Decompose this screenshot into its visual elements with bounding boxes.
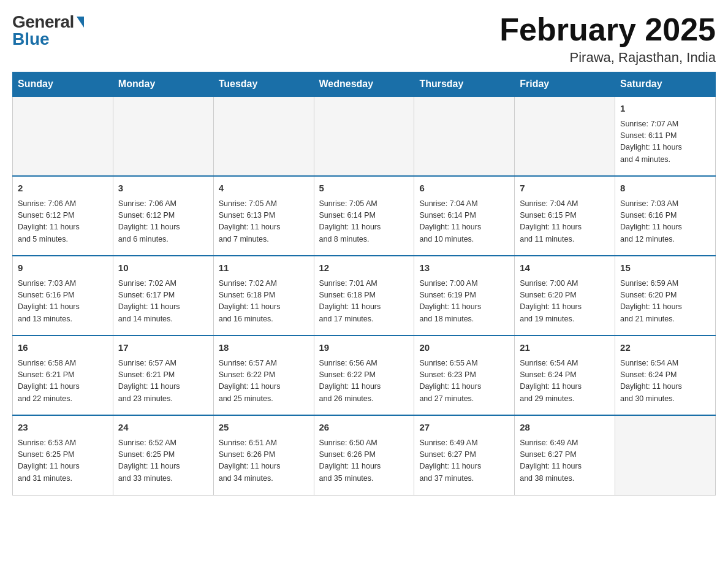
calendar-cell: 22Sunrise: 6:54 AM Sunset: 6:24 PM Dayli…: [615, 335, 716, 415]
calendar-cell: 28Sunrise: 6:49 AM Sunset: 6:27 PM Dayli…: [515, 415, 615, 495]
day-number: 17: [118, 341, 208, 355]
calendar-week-row: 9Sunrise: 7:03 AM Sunset: 6:16 PM Daylig…: [13, 256, 716, 335]
day-number: 22: [620, 341, 710, 355]
calendar-cell: 10Sunrise: 7:02 AM Sunset: 6:17 PM Dayli…: [113, 256, 213, 335]
day-info: Sunrise: 6:55 AM Sunset: 6:23 PM Dayligh…: [419, 358, 509, 405]
calendar-cell: 11Sunrise: 7:02 AM Sunset: 6:18 PM Dayli…: [213, 256, 314, 335]
day-info: Sunrise: 7:03 AM Sunset: 6:16 PM Dayligh…: [18, 278, 108, 326]
day-number: 18: [219, 341, 309, 355]
day-info: Sunrise: 6:51 AM Sunset: 6:26 PM Dayligh…: [219, 437, 309, 485]
day-info: Sunrise: 7:07 AM Sunset: 6:11 PM Dayligh…: [620, 118, 710, 166]
calendar-week-row: 23Sunrise: 6:53 AM Sunset: 6:25 PM Dayli…: [13, 415, 716, 495]
calendar-week-row: 1Sunrise: 7:07 AM Sunset: 6:11 PM Daylig…: [13, 96, 716, 176]
calendar-cell: 16Sunrise: 6:58 AM Sunset: 6:21 PM Dayli…: [13, 335, 113, 415]
day-info: Sunrise: 7:00 AM Sunset: 6:19 PM Dayligh…: [419, 278, 509, 326]
calendar-cell: 14Sunrise: 7:00 AM Sunset: 6:20 PM Dayli…: [515, 256, 615, 335]
day-info: Sunrise: 6:50 AM Sunset: 6:26 PM Dayligh…: [319, 437, 409, 485]
day-info: Sunrise: 6:57 AM Sunset: 6:22 PM Dayligh…: [219, 358, 309, 405]
calendar-cell: 23Sunrise: 6:53 AM Sunset: 6:25 PM Dayli…: [13, 415, 113, 495]
calendar-cell: 17Sunrise: 6:57 AM Sunset: 6:21 PM Dayli…: [113, 335, 213, 415]
calendar-cell: [213, 96, 314, 176]
logo-arrow-icon: [77, 17, 84, 28]
day-number: 24: [118, 421, 208, 435]
day-number: 23: [18, 421, 108, 435]
logo: General Blue: [12, 12, 84, 49]
day-info: Sunrise: 7:05 AM Sunset: 6:14 PM Dayligh…: [319, 198, 409, 246]
day-info: Sunrise: 7:00 AM Sunset: 6:20 PM Dayligh…: [520, 278, 610, 326]
day-number: 14: [520, 261, 610, 275]
calendar-cell: [113, 96, 213, 176]
day-info: Sunrise: 6:54 AM Sunset: 6:24 PM Dayligh…: [520, 358, 610, 405]
calendar-cell: 21Sunrise: 6:54 AM Sunset: 6:24 PM Dayli…: [515, 335, 615, 415]
calendar-cell: [515, 96, 615, 176]
day-number: 2: [18, 182, 108, 196]
day-info: Sunrise: 7:02 AM Sunset: 6:18 PM Dayligh…: [219, 278, 309, 326]
day-header-tuesday: Tuesday: [213, 72, 314, 97]
calendar-cell: 2Sunrise: 7:06 AM Sunset: 6:12 PM Daylig…: [13, 176, 113, 256]
day-info: Sunrise: 6:52 AM Sunset: 6:25 PM Dayligh…: [118, 437, 208, 485]
day-number: 11: [219, 261, 309, 275]
calendar-cell: 20Sunrise: 6:55 AM Sunset: 6:23 PM Dayli…: [414, 335, 515, 415]
day-number: 7: [520, 182, 610, 196]
day-number: 16: [18, 341, 108, 355]
day-header-saturday: Saturday: [615, 72, 716, 97]
day-number: 21: [520, 341, 610, 355]
calendar-cell: 8Sunrise: 7:03 AM Sunset: 6:16 PM Daylig…: [615, 176, 716, 256]
calendar-cell: [314, 96, 414, 176]
calendar-cell: 24Sunrise: 6:52 AM Sunset: 6:25 PM Dayli…: [113, 415, 213, 495]
calendar-cell: 7Sunrise: 7:04 AM Sunset: 6:15 PM Daylig…: [515, 176, 615, 256]
calendar-cell: 26Sunrise: 6:50 AM Sunset: 6:26 PM Dayli…: [314, 415, 414, 495]
day-number: 5: [319, 182, 409, 196]
day-header-wednesday: Wednesday: [314, 72, 414, 97]
day-info: Sunrise: 6:58 AM Sunset: 6:21 PM Dayligh…: [18, 358, 108, 405]
calendar-week-row: 16Sunrise: 6:58 AM Sunset: 6:21 PM Dayli…: [13, 335, 716, 415]
calendar-cell: 9Sunrise: 7:03 AM Sunset: 6:16 PM Daylig…: [13, 256, 113, 335]
day-info: Sunrise: 6:49 AM Sunset: 6:27 PM Dayligh…: [419, 437, 509, 485]
calendar-cell: 25Sunrise: 6:51 AM Sunset: 6:26 PM Dayli…: [213, 415, 314, 495]
calendar-cell: 5Sunrise: 7:05 AM Sunset: 6:14 PM Daylig…: [314, 176, 414, 256]
day-info: Sunrise: 7:05 AM Sunset: 6:13 PM Dayligh…: [219, 198, 309, 246]
day-header-thursday: Thursday: [414, 72, 515, 97]
day-number: 3: [118, 182, 208, 196]
calendar-header-row: SundayMondayTuesdayWednesdayThursdayFrid…: [13, 72, 716, 97]
day-number: 8: [620, 182, 710, 196]
day-number: 1: [620, 102, 710, 116]
calendar-title: February 2025: [499, 12, 716, 47]
calendar-cell: 1Sunrise: 7:07 AM Sunset: 6:11 PM Daylig…: [615, 96, 716, 176]
day-header-friday: Friday: [515, 72, 615, 97]
day-info: Sunrise: 7:02 AM Sunset: 6:17 PM Dayligh…: [118, 278, 208, 326]
day-info: Sunrise: 6:56 AM Sunset: 6:22 PM Dayligh…: [319, 358, 409, 405]
day-number: 6: [419, 182, 509, 196]
calendar-cell: [13, 96, 113, 176]
day-info: Sunrise: 6:54 AM Sunset: 6:24 PM Dayligh…: [620, 358, 710, 405]
day-info: Sunrise: 7:04 AM Sunset: 6:15 PM Dayligh…: [520, 198, 610, 246]
calendar-cell: 18Sunrise: 6:57 AM Sunset: 6:22 PM Dayli…: [213, 335, 314, 415]
day-number: 13: [419, 261, 509, 275]
calendar-cell: [615, 415, 716, 495]
day-number: 15: [620, 261, 710, 275]
day-number: 4: [219, 182, 309, 196]
day-info: Sunrise: 7:03 AM Sunset: 6:16 PM Dayligh…: [620, 198, 710, 246]
calendar-cell: 6Sunrise: 7:04 AM Sunset: 6:14 PM Daylig…: [414, 176, 515, 256]
day-number: 9: [18, 261, 108, 275]
calendar-cell: 12Sunrise: 7:01 AM Sunset: 6:18 PM Dayli…: [314, 256, 414, 335]
day-info: Sunrise: 7:06 AM Sunset: 6:12 PM Dayligh…: [18, 198, 108, 246]
calendar-cell: 4Sunrise: 7:05 AM Sunset: 6:13 PM Daylig…: [213, 176, 314, 256]
logo-blue-text: Blue: [12, 29, 50, 49]
day-number: 26: [319, 421, 409, 435]
day-header-monday: Monday: [113, 72, 213, 97]
title-block: February 2025 Pirawa, Rajasthan, India: [499, 12, 716, 66]
day-info: Sunrise: 7:01 AM Sunset: 6:18 PM Dayligh…: [319, 278, 409, 326]
calendar-cell: 27Sunrise: 6:49 AM Sunset: 6:27 PM Dayli…: [414, 415, 515, 495]
day-number: 20: [419, 341, 509, 355]
calendar-cell: 13Sunrise: 7:00 AM Sunset: 6:19 PM Dayli…: [414, 256, 515, 335]
calendar-table: SundayMondayTuesdayWednesdayThursdayFrid…: [12, 72, 716, 496]
day-header-sunday: Sunday: [13, 72, 113, 97]
day-number: 28: [520, 421, 610, 435]
day-info: Sunrise: 7:06 AM Sunset: 6:12 PM Dayligh…: [118, 198, 208, 246]
day-number: 25: [219, 421, 309, 435]
day-number: 27: [419, 421, 509, 435]
day-info: Sunrise: 6:57 AM Sunset: 6:21 PM Dayligh…: [118, 358, 208, 405]
calendar-cell: 19Sunrise: 6:56 AM Sunset: 6:22 PM Dayli…: [314, 335, 414, 415]
day-number: 10: [118, 261, 208, 275]
